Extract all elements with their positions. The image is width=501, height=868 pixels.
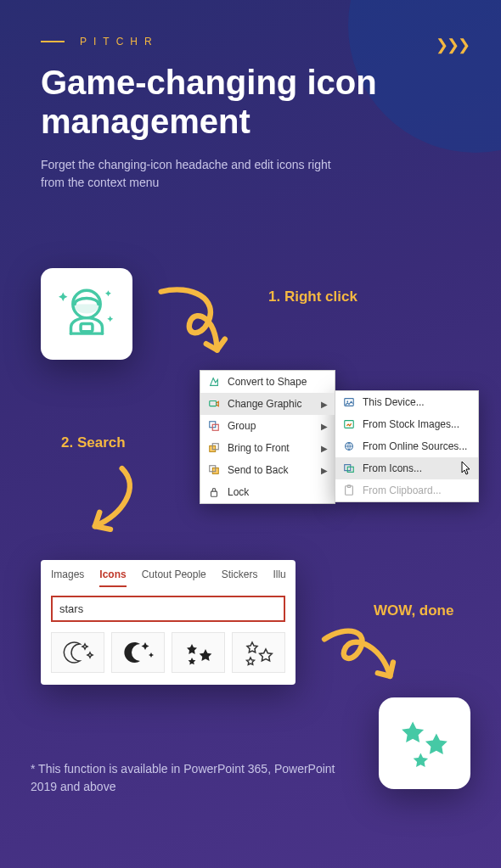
footnote: * This function is available in PowerPoi… [31,760,345,796]
brand-name: PITCHR [80,36,159,48]
arrow-icon [151,280,249,373]
menu-item-label: Bring to Front [228,442,290,454]
menu-item-label: From Online Sources... [363,440,467,452]
tab-stickers[interactable]: Stickers [222,568,258,587]
icon-search-panel: ImagesIconsCutout PeopleStickersIllust [41,560,296,685]
menu-item[interactable]: Bring to Front▶ [200,437,335,459]
menu-item[interactable]: Change Graphic▶ [200,393,335,415]
source-icon-card [41,268,132,360]
arrow-icon [314,616,412,701]
menu-item-label: From Clipboard... [363,484,442,496]
menu-item-label: Lock [228,486,249,498]
menu-item-label: Group [228,420,256,432]
search-results [51,632,285,673]
submenu-item[interactable]: From Icons... [335,457,478,479]
search-tabs: ImagesIconsCutout PeopleStickersIllust [51,568,285,587]
submenu-item[interactable]: This Device... [335,391,478,413]
result-icon-solid-moon-stars[interactable] [111,632,165,673]
menu-item-label: From Icons... [363,462,422,474]
svg-rect-9 [211,491,217,496]
menu-item[interactable]: Group▶ [200,415,335,437]
svg-rect-2 [210,401,217,406]
result-icon-card [379,697,470,789]
tab-cutout-people[interactable]: Cutout People [142,568,206,587]
chevron-right-icon: ▶ [321,444,328,453]
menu-item[interactable]: Send to Back▶ [200,459,335,481]
brand-dash [41,41,65,42]
submenu-item: From Clipboard... [335,479,478,501]
page-subtitle: Forget the changing-icon headache and ed… [41,156,346,192]
result-icon-outline-moon-stars[interactable] [51,632,104,673]
menu-item-label: Change Graphic [228,398,301,410]
chevron-right-icon: ▶ [321,466,328,475]
menu-item-label: Convert to Shape [228,376,307,388]
cursor-icon [461,461,473,476]
result-icon-solid-stars[interactable] [172,632,225,673]
menu-item[interactable]: Lock [200,481,335,503]
astronaut-icon [55,283,118,345]
chevron-right-icon: ▶ [321,422,328,431]
header: PITCHR Game-changing icon management For… [41,36,450,192]
step-1-label: 1. Right click [268,288,357,305]
submenu-item[interactable]: From Stock Images... [335,413,478,435]
context-menu-primary: Convert to ShapeChange Graphic▶Group▶Bri… [200,370,335,504]
result-icon-outline-stars[interactable] [232,632,285,673]
menu-item-label: From Stock Images... [363,418,459,430]
arrow-icon [68,458,153,556]
menu-item-label: This Device... [363,396,425,408]
svg-rect-1 [81,324,93,332]
submenu-item[interactable]: From Online Sources... [335,435,478,457]
step-2-label: 2. Search [61,434,126,451]
svg-rect-12 [345,421,354,428]
context-menu: Convert to ShapeChange Graphic▶Group▶Bri… [200,370,480,504]
menu-item-label: Send to Back [228,464,288,476]
tab-illust[interactable]: Illust [273,568,285,587]
search-input[interactable] [51,596,285,622]
chevron-right-icon: ▶ [321,400,328,409]
stars-icon [393,712,456,775]
svg-point-11 [346,400,348,402]
page-title: Game-changing icon management [41,63,450,141]
menu-item[interactable]: Convert to Shape [200,371,335,393]
context-menu-submenu: This Device...From Stock Images...From O… [335,390,479,502]
tab-icons[interactable]: Icons [99,568,126,587]
tab-images[interactable]: Images [51,568,84,587]
